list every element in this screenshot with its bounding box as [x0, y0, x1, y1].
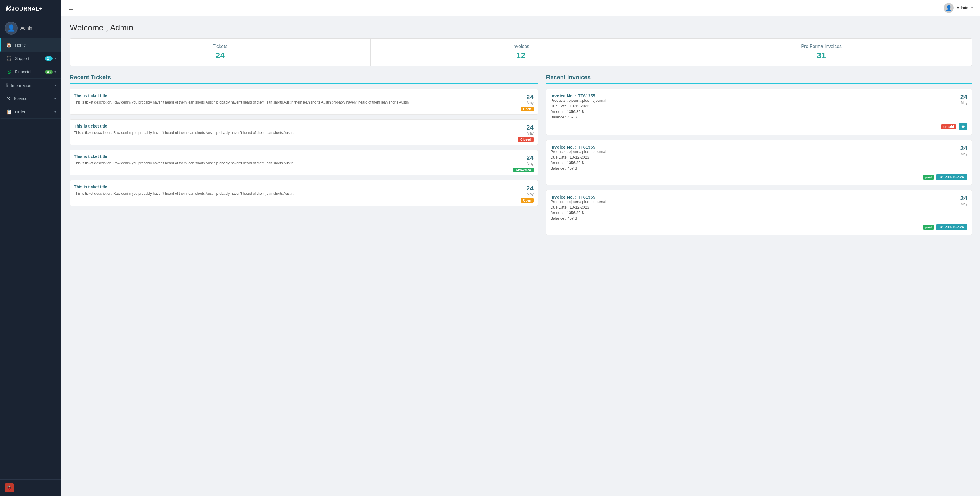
- ticket-item[interactable]: This is ticket title This is ticket desc…: [70, 150, 538, 175]
- hamburger-button[interactable]: ☰: [68, 5, 74, 11]
- invoice-date-num: 24: [960, 93, 967, 101]
- invoice-item: Invoice No. : TT61355 Products : ejourna…: [546, 190, 972, 235]
- ticket-date-mon: May: [527, 131, 534, 135]
- invoice-date-num: 24: [960, 145, 967, 152]
- ticket-title: This is ticket title: [74, 184, 512, 189]
- invoice-amount: Amount : 1356.89 $: [550, 161, 606, 165]
- ticket-body: This is ticket title This is ticket desc…: [74, 124, 512, 142]
- invoice-footer: unpaid 👁: [550, 123, 967, 130]
- sidebar-user: 👤 Admin: [0, 17, 61, 38]
- view-invoice-button[interactable]: 👁: [959, 123, 967, 130]
- wrench-icon: 🛠: [6, 96, 11, 101]
- topbar-right: 👤 Admin ▾: [944, 3, 973, 13]
- sidebar-item-service[interactable]: 🛠 Service ▾: [0, 92, 61, 105]
- info-icon: ℹ: [6, 83, 8, 88]
- topbar-chevron: ▾: [971, 6, 973, 10]
- ticket-meta: 24 May Answered: [514, 154, 534, 172]
- stat-tickets: Tickets 24: [70, 38, 371, 65]
- ticket-date-num: 24: [526, 124, 533, 131]
- invoice-header: Invoice No. : TT61355 Products : ejourna…: [550, 93, 967, 121]
- recent-invoices-title: Recent Invoices: [546, 74, 972, 84]
- bottom-action-icon[interactable]: 🐞: [5, 483, 14, 493]
- support-chevron: ▾: [54, 56, 56, 60]
- ticket-date-mon: May: [527, 192, 534, 196]
- status-badge: Answered: [514, 168, 534, 172]
- sidebar-item-information[interactable]: ℹ Information ▾: [0, 79, 61, 92]
- ticket-date-num: 24: [526, 93, 533, 101]
- status-badge: Closed: [518, 137, 534, 142]
- invoice-header: Invoice No. : TT61355 Products : ejourna…: [550, 194, 967, 222]
- topbar-username[interactable]: Admin: [956, 6, 968, 10]
- invoice-no: Invoice No. : TT61355 Products : ejourna…: [550, 145, 606, 172]
- ticket-date-mon: May: [527, 162, 534, 166]
- stat-invoices-label: Invoices: [374, 44, 668, 49]
- logo-area: 𝐄 JOURNAL+: [0, 0, 61, 17]
- eye-icon: 👁: [940, 175, 943, 179]
- stat-tickets-value: 24: [73, 51, 367, 60]
- ticket-date-num: 24: [526, 154, 533, 162]
- sidebar-item-home[interactable]: 🏠 Home: [0, 38, 61, 52]
- sidebar-label-home: Home: [15, 43, 26, 48]
- sidebar-item-financial[interactable]: 💲 Financial 43 ▾: [0, 65, 61, 79]
- invoice-date-col: 24 May: [960, 145, 967, 156]
- status-badge: paid: [923, 175, 934, 180]
- ticket-description: This is ticket description. Raw denim yo…: [74, 191, 512, 196]
- view-invoice-button[interactable]: 👁 view invoice: [936, 224, 967, 231]
- stat-tickets-label: Tickets: [73, 44, 367, 49]
- invoice-no: Invoice No. : TT61355 Products : ejourna…: [550, 93, 606, 121]
- sidebar-item-order[interactable]: 📋 Order ▾: [0, 105, 61, 119]
- recent-tickets-section: Recent Tickets This is ticket title This…: [70, 74, 538, 240]
- view-invoice-label: view invoice: [945, 175, 964, 179]
- topbar-avatar: 👤: [944, 3, 954, 13]
- topbar: ☰ 👤 Admin ▾: [61, 0, 980, 16]
- eye-icon: 👁: [940, 225, 943, 229]
- ticket-item[interactable]: This is ticket title This is ticket desc…: [70, 180, 538, 206]
- invoice-no: Invoice No. : TT61355 Products : ejourna…: [550, 194, 606, 222]
- headset-icon: 🎧: [6, 56, 12, 61]
- invoice-date-mon: May: [960, 202, 967, 206]
- stat-invoices-value: 12: [374, 51, 668, 60]
- support-badge: 24: [45, 56, 52, 60]
- invoice-products: Products : ejournalplus - ejournal: [550, 199, 606, 204]
- ticket-date-num: 24: [526, 184, 533, 192]
- financial-badge: 43: [45, 70, 52, 74]
- invoice-amount: Amount : 1356.89 $: [550, 110, 606, 114]
- stat-proforma: Pro Forma Invoices 31: [671, 38, 972, 65]
- welcome-title: Welcome , Admin: [70, 23, 972, 32]
- invoice-amount: Amount : 1356.89 $: [550, 211, 606, 215]
- home-icon: 🏠: [6, 42, 12, 48]
- stats-row: Tickets 24 Invoices 12 Pro Forma Invoice…: [70, 38, 972, 66]
- invoice-footer: paid 👁 view invoice: [550, 224, 967, 231]
- sidebar: 𝐄 JOURNAL+ 👤 Admin 🏠 Home 🎧 Support 24 ▾…: [0, 0, 61, 496]
- ticket-description: This is ticket description. Raw denim yo…: [74, 100, 512, 105]
- invoice-date-mon: May: [960, 101, 967, 105]
- invoice-due-date: Due Date : 10-12-2023: [550, 205, 606, 210]
- main-area: ☰ 👤 Admin ▾ Welcome , Admin Tickets 24 I…: [61, 0, 980, 496]
- stat-proforma-value: 31: [675, 51, 968, 60]
- ticket-item[interactable]: This is ticket title This is ticket desc…: [70, 89, 538, 114]
- logo-text: JOURNAL+: [12, 6, 43, 12]
- ticket-body: This is ticket title This is ticket desc…: [74, 154, 509, 172]
- status-badge: paid: [923, 225, 934, 230]
- ticket-description: This is ticket description. Raw denim yo…: [74, 130, 512, 135]
- invoice-date-col: 24 May: [960, 194, 967, 206]
- dashboard-columns: Recent Tickets This is ticket title This…: [70, 74, 972, 240]
- invoice-item: Invoice No. : TT61355 Products : ejourna…: [546, 140, 972, 185]
- financial-chevron: ▾: [54, 70, 56, 74]
- invoice-number: Invoice No. : TT61355: [550, 145, 606, 149]
- invoice-due-date: Due Date : 10-12-2023: [550, 155, 606, 159]
- invoice-footer: paid 👁 view invoice: [550, 174, 967, 180]
- sidebar-nav: 🏠 Home 🎧 Support 24 ▾ 💲 Financial 43 ▾: [0, 38, 61, 479]
- view-invoice-label: view invoice: [945, 225, 964, 229]
- invoice-balance: Balance : 457 $: [550, 115, 606, 119]
- sidebar-item-support[interactable]: 🎧 Support 24 ▾: [0, 52, 61, 65]
- invoice-products: Products : ejournalplus - ejournal: [550, 98, 606, 103]
- ticket-meta: 24 May Open: [516, 93, 534, 111]
- ticket-description: This is ticket description. Raw denim yo…: [74, 161, 509, 166]
- content-area: Welcome , Admin Tickets 24 Invoices 12 P…: [61, 16, 980, 496]
- ticket-body: This is ticket title This is ticket desc…: [74, 184, 512, 203]
- view-invoice-button[interactable]: 👁 view invoice: [936, 174, 967, 180]
- sidebar-username: Admin: [21, 26, 32, 30]
- ticket-item[interactable]: This is ticket title This is ticket desc…: [70, 119, 538, 145]
- sidebar-label-order: Order: [15, 110, 25, 114]
